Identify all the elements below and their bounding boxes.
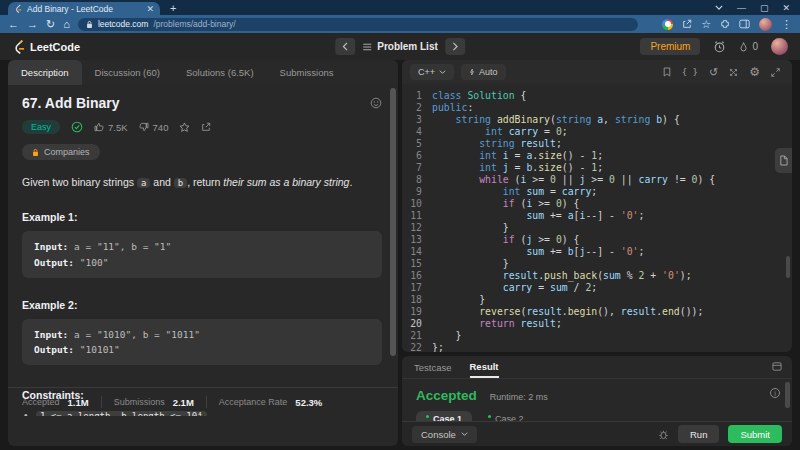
code-line[interactable]: 9 int sum = carry; [402,186,792,198]
description-scrollbar[interactable] [390,88,396,356]
timer-icon[interactable] [713,40,726,53]
back-button[interactable]: ← [8,18,19,30]
companies-tag[interactable]: Companies [22,144,100,160]
share-icon[interactable] [682,19,692,29]
code-line[interactable]: 16 result.push_back(sum % 2 + '0'); [402,270,792,282]
code-line[interactable]: 19 reverse(result.begin(), result.end())… [402,306,792,318]
code-line[interactable]: 2public: [402,102,792,114]
code-line[interactable]: 8 while (i >= 0 || j >= 0 || carry != 0)… [402,174,792,186]
browser-profile-avatar[interactable] [759,18,772,31]
format-code-icon[interactable]: { } [682,67,698,77]
home-button[interactable]: ⌂ [63,18,70,30]
browser-tab[interactable]: Add Binary - LeetCode ✕ [8,2,160,15]
streak-count: 0 [752,41,758,52]
case-passed-dot [426,415,429,418]
companies-label: Companies [44,147,90,157]
language-selector[interactable]: C++ [410,64,454,80]
acceptance-rate-label: Acceptance Rate [219,397,288,407]
code-line[interactable]: 3 string addBinary(string a, string b) { [402,114,792,126]
result-scrollbar[interactable] [785,382,790,408]
line-number: 6 [402,150,432,162]
code-editor[interactable]: 1class Solution {2public:3 string addBin… [402,84,792,352]
editor-scrollbar[interactable] [786,256,790,278]
fullscreen-icon[interactable] [771,68,780,77]
console-toggle-button[interactable]: Console [412,426,477,443]
extensions-puzzle-icon[interactable] [720,19,730,29]
bookmark-star-icon[interactable]: ☆ [701,18,711,31]
problem-list-button[interactable]: Problem List [362,41,438,52]
difficulty-badge[interactable]: Easy [22,120,60,134]
console-footer: Console Run Submit [402,421,792,446]
menu-kebab-icon[interactable]: ⋮ [781,18,792,31]
reload-button[interactable]: ↻ [46,18,55,31]
tab-close-icon[interactable]: ✕ [146,4,154,14]
expand-panel-icon[interactable] [772,362,782,371]
run-button[interactable]: Run [678,425,719,443]
close-button[interactable]: ✕ [782,3,790,13]
code-line[interactable]: 5 string result; [402,138,792,150]
code-line[interactable]: 17 carry = sum / 2; [402,282,792,294]
line-number: 17 [402,282,432,294]
copy-code-button[interactable] [775,148,792,173]
like-button[interactable]: 7.5K [94,122,128,133]
code-text: sum += a[i--] - '0'; [432,210,644,222]
accepted-value: 1.1M [68,397,89,408]
dislike-button[interactable]: 740 [139,122,169,133]
tab-discussion[interactable]: Discussion (60) [82,60,173,85]
reset-code-icon[interactable]: ↺ [709,67,718,78]
code-text: sum += b[j--] - '0'; [432,246,644,258]
code-line[interactable]: 7 int j = b.size() - 1; [402,162,792,174]
code-line[interactable]: 22}; [402,342,792,352]
code-text: return result; [432,318,562,330]
code-line[interactable]: 4 int carry = 0; [402,126,792,138]
line-number: 7 [402,162,432,174]
tab-result[interactable]: Result [470,356,499,378]
next-problem-button[interactable] [445,38,465,55]
google-extension-icon[interactable] [662,19,673,30]
premium-button[interactable]: Premium [640,38,700,55]
editor-toolbar: C++ Auto { } ↺ ⚙ [402,60,792,84]
settings-gear-icon[interactable]: ⚙ [749,66,760,78]
debug-bug-icon[interactable] [658,429,669,440]
code-line[interactable]: 21 } [402,330,792,342]
tab-submissions[interactable]: Submissions [267,60,347,85]
code-line[interactable]: 14 sum += b[j--] - '0'; [402,246,792,258]
info-icon[interactable]: i [770,388,780,398]
code-line[interactable]: 12 } [402,222,792,234]
leetcode-logo[interactable]: LeetCode [12,39,80,54]
tab-search-icon[interactable] [715,5,723,10]
tab-solutions[interactable]: Solutions (6.5K) [173,60,267,85]
code-line[interactable]: 10 if (i >= 0) { [402,198,792,210]
code-line[interactable]: 11 sum += a[i--] - '0'; [402,210,792,222]
share-problem-icon[interactable] [201,122,211,132]
code-line[interactable]: 13 if (j >= 0) { [402,234,792,246]
code-text: if (j >= 0) { [432,234,579,246]
side-panel-icon[interactable] [739,19,750,29]
address-bar[interactable]: leetcode.com/problems/add-binary/ [78,18,638,31]
like-count: 7.5K [108,122,128,133]
minimize-button[interactable]: — [737,3,746,13]
code-line[interactable]: 15 } [402,258,792,270]
code-line[interactable]: 20 return result; [402,318,792,330]
daily-streak[interactable]: 0 [739,41,758,53]
favorite-star-icon[interactable] [179,122,190,133]
code-line[interactable]: 18 } [402,294,792,306]
code-line[interactable]: 1class Solution { [402,90,792,102]
code-line[interactable]: 6 int i = a.size() - 1; [402,150,792,162]
submit-button[interactable]: Submit [728,425,782,443]
code-text: }; [432,342,444,352]
feedback-smiley-icon[interactable] [370,97,382,109]
shortcuts-icon[interactable] [729,68,738,77]
problem-list-label: Problem List [377,41,438,52]
tab-description[interactable]: Description [8,60,82,85]
prev-problem-button[interactable] [335,38,355,55]
new-tab-button[interactable]: + [170,2,176,14]
maximize-button[interactable]: ▢ [760,3,769,13]
user-avatar[interactable] [771,38,788,55]
tab-testcase[interactable]: Testcase [414,356,452,378]
bookmark-icon[interactable] [663,67,671,77]
forward-button[interactable]: → [27,18,38,30]
code-text: reverse(result.begin(), result.end()); [432,306,703,318]
thumbs-up-icon [94,122,104,132]
auto-complete-toggle[interactable]: Auto [461,64,506,80]
